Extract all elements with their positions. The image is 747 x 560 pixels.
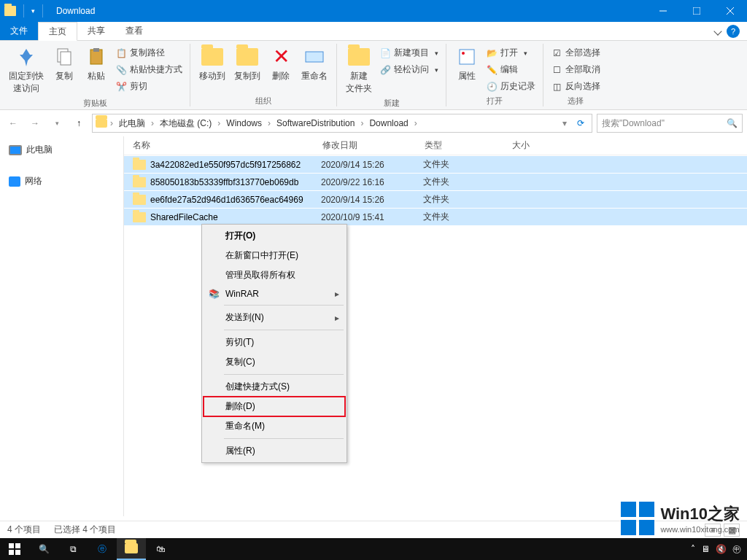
address-bar[interactable]: › 此电脑 › 本地磁盘 (C:) › Windows › SoftwareDi… xyxy=(92,114,592,133)
quick-access-drop-icon[interactable]: ▾ xyxy=(31,7,35,15)
new-folder-icon xyxy=(347,45,371,69)
search-button[interactable]: 🔍 xyxy=(29,538,58,560)
ctx-delete[interactable]: 删除(D) xyxy=(204,397,345,416)
copy-path-button[interactable]: 📋复制路径 xyxy=(112,45,185,61)
crumb-windows[interactable]: Windows xyxy=(223,118,265,128)
tray-monitor-icon[interactable]: 🖥 xyxy=(701,544,710,554)
crumb-download[interactable]: Download xyxy=(366,118,411,128)
svg-rect-13 xyxy=(9,550,14,555)
maximize-button[interactable] xyxy=(680,0,713,22)
back-button[interactable]: ← xyxy=(4,114,22,132)
paste-shortcut-button[interactable]: 📎粘贴快捷方式 xyxy=(112,62,185,77)
refresh-icon[interactable]: ⟳ xyxy=(573,118,589,128)
crumb-sd[interactable]: SoftwareDistribution xyxy=(274,118,357,128)
ribbon-tabs: 文件 主页 共享 查看 ? xyxy=(0,22,747,41)
file-date: 2020/9/22 16:16 xyxy=(321,177,423,187)
recent-locations-button[interactable]: ▾ xyxy=(48,114,66,132)
table-row[interactable]: 858050183b53339ffbf313770eb069db 2020/9/… xyxy=(124,173,747,190)
ctx-cut[interactable]: 剪切(T) xyxy=(204,332,345,352)
titlebar: ▾ Download xyxy=(0,0,747,22)
invert-icon: ◫ xyxy=(551,81,562,93)
address-dropdown-icon[interactable]: ▾ xyxy=(558,118,571,128)
tray-ime-icon[interactable]: ㊥ xyxy=(732,543,741,556)
tab-file[interactable]: 文件 xyxy=(0,22,38,40)
svg-point-10 xyxy=(462,52,465,55)
copy-to-button[interactable]: 复制到 xyxy=(230,42,265,85)
header-size[interactable]: 大小 xyxy=(512,139,570,152)
sidebar-item-network[interactable]: 网络 xyxy=(4,172,119,190)
edit-button[interactable]: ✏️编辑 xyxy=(483,62,538,77)
ctx-rename[interactable]: 重命名(M) xyxy=(204,416,345,436)
chevron-right-icon[interactable]: › xyxy=(216,118,222,128)
forward-button[interactable]: → xyxy=(26,114,44,132)
start-button[interactable] xyxy=(0,538,29,560)
task-view-button[interactable]: ⧉ xyxy=(58,538,88,560)
tab-view[interactable]: 查看 xyxy=(115,22,153,40)
tab-share[interactable]: 共享 xyxy=(77,22,115,40)
move-to-button[interactable]: 移动到 xyxy=(195,42,230,85)
select-none-button[interactable]: ☐全部取消 xyxy=(548,62,603,77)
pin-button[interactable]: 固定到快 速访问 xyxy=(4,42,48,98)
crumb-this-pc[interactable]: 此电脑 xyxy=(116,117,148,130)
up-button[interactable]: ↑ xyxy=(70,114,88,132)
folder-icon xyxy=(133,212,146,222)
chevron-right-icon[interactable]: › xyxy=(109,118,115,128)
file-type: 文件夹 xyxy=(423,211,511,223)
close-button[interactable] xyxy=(713,0,747,22)
sidebar-item-this-pc[interactable]: 此电脑 xyxy=(4,141,119,159)
table-row[interactable]: 3a422082ed1e550f957dc5f917256862 2020/9/… xyxy=(124,155,747,173)
new-group-label: 新建 xyxy=(341,98,441,110)
tray-chevron-icon[interactable]: ˄ xyxy=(691,544,695,554)
copy-button[interactable]: 复制 xyxy=(48,42,80,85)
ctx-open[interactable]: 打开(O) xyxy=(204,226,345,246)
file-type: 文件夹 xyxy=(423,176,511,188)
file-name: 858050183b53339ffbf313770eb069db xyxy=(150,177,321,187)
select-all-icon: ☑ xyxy=(551,47,562,59)
rename-button[interactable]: 重命名 xyxy=(297,42,332,85)
chevron-right-icon[interactable]: › xyxy=(266,118,272,128)
tab-home[interactable]: 主页 xyxy=(38,22,77,41)
header-date[interactable]: 修改日期 xyxy=(322,139,425,152)
new-item-button[interactable]: 📄新建项目▾ xyxy=(376,45,441,61)
paste-button[interactable]: 粘贴 xyxy=(80,42,112,85)
chevron-right-icon[interactable]: › xyxy=(150,118,155,128)
table-row[interactable]: ee6fde27a52d946d1d636576eac64969 2020/9/… xyxy=(124,190,747,208)
select-group-label: 选择 xyxy=(548,96,603,108)
collapse-ribbon-icon[interactable] xyxy=(713,27,721,35)
properties-button[interactable]: 属性 xyxy=(451,42,483,85)
file-name: ee6fde27a52d946d1d636576eac64969 xyxy=(150,195,321,205)
crumb-drive[interactable]: 本地磁盘 (C:) xyxy=(157,117,214,130)
edit-icon: ✏️ xyxy=(486,64,498,76)
open-button[interactable]: 📂打开▾ xyxy=(483,45,538,61)
history-button[interactable]: 🕘历史记录 xyxy=(483,79,538,94)
invert-selection-button[interactable]: ◫反向选择 xyxy=(548,79,603,94)
help-icon[interactable]: ? xyxy=(727,25,740,38)
tray-volume-icon[interactable]: 🔇 xyxy=(716,544,727,554)
ctx-copy[interactable]: 复制(C) xyxy=(204,352,345,372)
ctx-admin[interactable]: 管理员取得所有权 xyxy=(204,265,345,285)
explorer-button[interactable] xyxy=(117,538,146,560)
easy-access-button[interactable]: 🔗轻松访问▾ xyxy=(376,62,441,77)
properties-icon xyxy=(455,45,479,69)
chevron-right-icon[interactable]: › xyxy=(359,118,365,128)
ctx-properties[interactable]: 属性(R) xyxy=(204,441,345,461)
new-folder-button[interactable]: 新建 文件夹 xyxy=(341,42,376,98)
table-row[interactable]: SharedFileCache 2020/10/9 15:41 文件夹 xyxy=(124,208,747,225)
header-name[interactable]: 名称 xyxy=(133,139,322,152)
cut-button[interactable]: ✂️剪切 xyxy=(112,79,185,94)
header-type[interactable]: 类型 xyxy=(425,139,512,152)
selection-count: 已选择 4 个项目 xyxy=(54,524,116,536)
delete-button[interactable]: ✕ 删除 xyxy=(265,42,297,85)
chevron-right-icon[interactable]: › xyxy=(413,118,419,128)
edge-button[interactable]: ⓔ xyxy=(88,538,117,560)
select-all-button[interactable]: ☑全部选择 xyxy=(548,45,603,61)
search-input[interactable]: 搜索"Download" 🔍 xyxy=(597,114,743,133)
system-tray: ˄ 🖥 🔇 ㊥ xyxy=(691,543,747,556)
ctx-new-window[interactable]: 在新窗口中打开(E) xyxy=(204,246,345,265)
ctx-send-to[interactable]: 发送到(N)▸ xyxy=(204,308,345,327)
ctx-winrar[interactable]: 📚WinRAR▸ xyxy=(204,285,345,303)
cut-icon: ✂️ xyxy=(115,81,127,93)
store-button[interactable]: 🛍 xyxy=(146,538,175,560)
ctx-shortcut[interactable]: 创建快捷方式(S) xyxy=(204,377,345,397)
minimize-button[interactable] xyxy=(646,0,680,22)
